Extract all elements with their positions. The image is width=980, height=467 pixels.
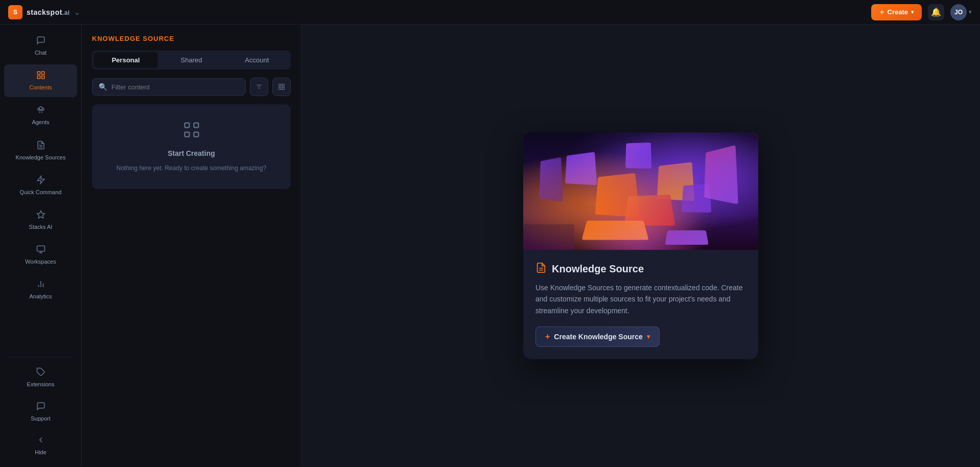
promo-image — [523, 132, 758, 250]
create-plus-icon: + — [879, 8, 884, 17]
promo-card: Knowledge Source Use Knowledge Sources t… — [523, 132, 758, 359]
sidebar-item-workspaces[interactable]: Workspaces — [4, 239, 77, 271]
topbar: S stackspot.ai ⌄ + Create ▾ 🔔 JO ▾ — [0, 0, 980, 25]
svg-rect-3 — [41, 76, 44, 79]
tab-personal[interactable]: Personal — [94, 52, 158, 68]
empty-state-icon — [182, 121, 201, 143]
knowledge-sources-icon — [36, 141, 45, 152]
promo-description: Use Knowledge Sources to generate contex… — [535, 282, 746, 316]
sidebar-item-extensions[interactable]: Extensions — [4, 361, 77, 394]
agents-icon — [36, 105, 45, 117]
left-panel: KNOWLEDGE SOURCE Personal Shared Account… — [82, 25, 301, 467]
sidebar-divider — [8, 357, 73, 357]
svg-rect-21 — [279, 87, 281, 89]
search-row: 🔍 — [82, 78, 301, 104]
promo-title-row: Knowledge Source — [535, 262, 746, 276]
content-area: KNOWLEDGE SOURCE Personal Shared Account… — [82, 25, 980, 467]
create-label: Create — [888, 8, 908, 16]
topbar-left: S stackspot.ai ⌄ — [8, 5, 80, 19]
svg-marker-8 — [37, 211, 44, 218]
svg-rect-23 — [184, 123, 189, 128]
sidebar-item-label: Support — [31, 415, 51, 422]
svg-rect-26 — [194, 132, 198, 137]
right-panel: Knowledge Source Use Knowledge Sources t… — [301, 25, 980, 467]
sidebar-item-chat[interactable]: Chat — [4, 30, 77, 62]
cta-chevron-icon: ▾ — [647, 333, 650, 340]
logo-icon: S — [8, 5, 22, 19]
logo-text: stackspot.ai — [27, 8, 70, 16]
svg-rect-2 — [37, 76, 40, 79]
panel-header: KNOWLEDGE SOURCE Personal Shared Account — [82, 25, 301, 78]
sidebar: Chat Contents Agents Knowledge Sources Q — [0, 25, 82, 467]
analytics-icon — [36, 279, 45, 291]
empty-state-description: Nothing here yet. Ready to create someth… — [116, 164, 267, 173]
quick-command-icon — [36, 175, 45, 187]
sidebar-item-label: Stacks AI — [29, 224, 53, 230]
promo-title: Knowledge Source — [552, 263, 644, 275]
avatar-chevron-icon: ▾ — [969, 9, 972, 15]
workspaces-icon — [36, 245, 45, 256]
sidebar-item-label: Chat — [35, 50, 46, 56]
stacks-ai-icon — [36, 210, 45, 222]
cube-visualization — [523, 132, 758, 250]
sidebar-item-agents[interactable]: Agents — [4, 99, 77, 132]
extensions-icon — [36, 367, 45, 379]
global-create-button[interactable]: + Create ▾ — [871, 4, 922, 20]
search-input[interactable] — [111, 83, 239, 91]
tabs-row: Personal Shared Account — [92, 51, 291, 69]
promo-content: Knowledge Source Use Knowledge Sources t… — [523, 250, 758, 359]
user-avatar-wrapper[interactable]: JO ▾ — [950, 4, 972, 20]
sidebar-item-quick-command[interactable]: Quick Command — [4, 169, 77, 202]
contents-icon — [36, 71, 45, 82]
search-box: 🔍 — [92, 78, 246, 96]
svg-marker-7 — [37, 176, 44, 183]
sidebar-item-label: Workspaces — [25, 259, 56, 265]
sidebar-item-label: Extensions — [27, 381, 55, 388]
sidebar-item-analytics[interactable]: Analytics — [4, 273, 77, 306]
create-chevron-icon: ▾ — [911, 9, 914, 15]
cta-label: Create Knowledge Source — [554, 333, 643, 341]
panel-title: KNOWLEDGE SOURCE — [92, 35, 291, 42]
svg-rect-9 — [37, 246, 44, 251]
empty-state-title: Start Creating — [168, 149, 215, 157]
sidebar-item-label: Contents — [29, 84, 52, 91]
sidebar-item-knowledge-sources[interactable]: Knowledge Sources — [4, 134, 77, 167]
sidebar-item-hide[interactable]: Hide — [4, 429, 77, 462]
cta-plus-icon: + — [545, 332, 550, 341]
sidebar-item-contents[interactable]: Contents — [4, 64, 77, 97]
sidebar-item-support[interactable]: Support — [4, 395, 77, 428]
sidebar-bottom: Extensions Support Hide — [0, 353, 81, 463]
notifications-button[interactable]: 🔔 — [928, 4, 944, 20]
topbar-expand-icon[interactable]: ⌄ — [74, 8, 80, 16]
search-icon: 🔍 — [99, 83, 107, 91]
hide-icon — [36, 435, 45, 447]
sidebar-item-label: Analytics — [29, 293, 52, 300]
support-icon — [36, 402, 45, 413]
avatar[interactable]: JO — [950, 4, 967, 20]
svg-point-4 — [39, 107, 42, 110]
tab-account[interactable]: Account — [225, 52, 289, 68]
svg-rect-19 — [279, 84, 281, 86]
sidebar-item-label: Hide — [35, 449, 46, 456]
sidebar-item-label: Agents — [32, 119, 49, 126]
logo-wordmark: stackspot — [27, 8, 62, 16]
tab-shared[interactable]: Shared — [159, 52, 223, 68]
svg-rect-20 — [282, 84, 284, 86]
sidebar-item-label: Knowledge Sources — [16, 154, 66, 161]
main-layout: Chat Contents Agents Knowledge Sources Q — [0, 25, 980, 467]
sidebar-item-stacks-ai[interactable]: Stacks AI — [4, 204, 77, 237]
svg-rect-22 — [282, 87, 284, 89]
svg-rect-0 — [37, 72, 40, 74]
sidebar-item-label: Quick Command — [20, 189, 62, 196]
avatar-initials: JO — [954, 9, 963, 16]
view-toggle-button[interactable] — [272, 78, 291, 96]
empty-state: Start Creating Nothing here yet. Ready t… — [92, 104, 291, 189]
topbar-right: + Create ▾ 🔔 JO ▾ — [871, 4, 972, 20]
svg-rect-25 — [184, 132, 189, 137]
create-knowledge-source-button[interactable]: + Create Knowledge Source ▾ — [535, 326, 660, 347]
filter-button[interactable] — [250, 78, 268, 96]
logo-ai-suffix: .ai — [62, 9, 70, 16]
svg-rect-24 — [194, 123, 198, 128]
chat-icon — [36, 36, 45, 48]
svg-rect-1 — [41, 72, 44, 74]
